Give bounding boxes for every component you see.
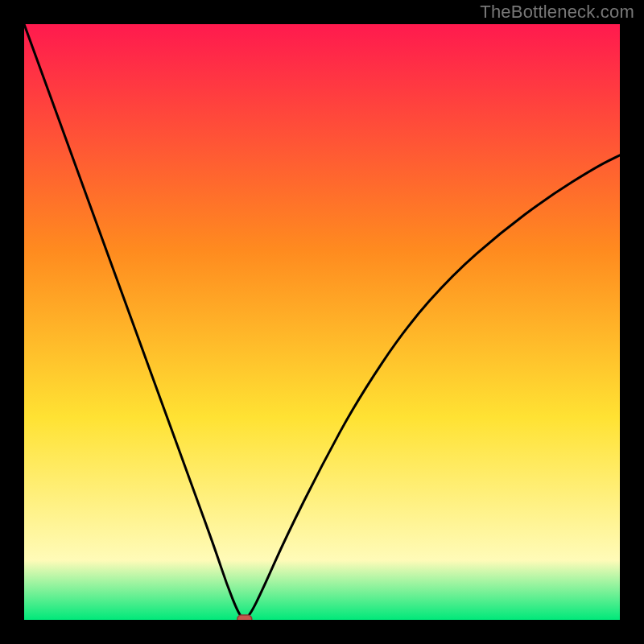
chart-plot bbox=[24, 24, 620, 620]
watermark-text: TheBottleneck.com bbox=[480, 2, 634, 23]
gradient-panel bbox=[24, 24, 620, 620]
optimal-marker bbox=[237, 615, 252, 620]
chart-frame: TheBottleneck.com bbox=[0, 0, 644, 644]
chart-svg bbox=[24, 24, 620, 620]
